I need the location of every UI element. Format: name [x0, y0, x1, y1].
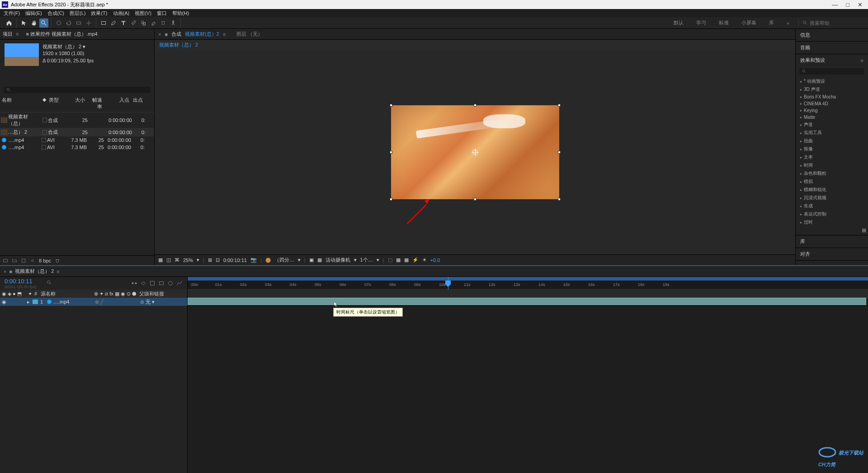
shy-icon[interactable]	[140, 280, 146, 286]
resize-handle[interactable]	[390, 151, 392, 154]
minimize-button[interactable]: —	[832, 1, 838, 8]
video-layer[interactable]	[391, 105, 559, 199]
bpc-label[interactable]: 8 bpc	[39, 258, 51, 263]
tag-box[interactable]	[42, 145, 46, 150]
puppet-tool[interactable]	[169, 19, 178, 28]
apply-effect-icon[interactable]: ▦	[862, 227, 866, 233]
timeline-tab[interactable]: 视频素材（总） 2	[15, 268, 54, 275]
effect-category[interactable]: 过时	[796, 218, 868, 225]
effect-category[interactable]: CINEMA 4D	[796, 100, 868, 107]
effect-category[interactable]: 生成	[796, 202, 868, 210]
menu-file[interactable]: 文件(F)	[4, 10, 20, 17]
flowchart-icon[interactable]: ■	[165, 32, 168, 37]
layer-tab[interactable]: 图层 （无）	[236, 31, 263, 37]
resize-handle[interactable]	[390, 198, 392, 201]
project-item[interactable]: 视频素材（总） 合成 25 0:00:00:00 0:	[0, 112, 154, 128]
anchor-point[interactable]	[472, 150, 478, 155]
3d-icon[interactable]: ▦	[396, 257, 401, 263]
effects-panel-header[interactable]: 效果和预设≡	[796, 54, 868, 66]
pen-tool[interactable]	[109, 19, 118, 28]
tag-box[interactable]	[42, 130, 47, 135]
home-button[interactable]	[5, 19, 14, 28]
effect-category[interactable]: 模糊和锐化	[796, 186, 868, 194]
menu-help[interactable]: 帮助(H)	[172, 10, 189, 17]
effect-category[interactable]: 抠像	[796, 145, 868, 153]
views-dropdown[interactable]: 1个…	[360, 257, 373, 263]
rotation-tool[interactable]	[64, 19, 73, 28]
draft3d-icon[interactable]	[149, 280, 156, 286]
effect-category[interactable]: 文本	[796, 153, 868, 161]
composition-viewer[interactable]	[155, 50, 795, 254]
effects-search[interactable]	[799, 68, 864, 75]
effect-category[interactable]: 表达式控制	[796, 210, 868, 218]
work-area[interactable]	[188, 277, 868, 281]
info-panel-header[interactable]: 信息	[796, 29, 868, 41]
zoom-dropdown[interactable]: 25%	[183, 258, 193, 263]
exposure-value[interactable]: +0.0	[430, 258, 440, 263]
effect-category[interactable]: * 动画预设	[796, 77, 868, 85]
timeline-layer[interactable]: ◉ ▸ 1 ….mp4 ⊕ ╱ ⊙ 无 ▾	[0, 298, 187, 306]
timeline-timecode[interactable]: 0:00:10:11	[5, 278, 37, 285]
resize-handle[interactable]	[558, 198, 561, 201]
menu-effect[interactable]: 效果(T)	[91, 10, 107, 17]
new-comp-icon[interactable]	[21, 258, 26, 263]
close-button[interactable]: ✕	[858, 1, 863, 8]
resize-handle[interactable]	[390, 104, 392, 107]
snapshot-icon[interactable]: 📷	[250, 257, 257, 263]
clone-tool[interactable]	[139, 19, 148, 28]
project-item[interactable]: ….mp4 AVI 7.3 MB 25 0:00:00:00 0:	[0, 144, 154, 151]
workspace-library[interactable]: 库	[764, 18, 779, 28]
graph-editor-icon[interactable]	[176, 280, 183, 286]
timeline-tracks-area[interactable]: :00s01s02s03s04s05s06s07s08s09s10s11s12s…	[188, 277, 868, 473]
camera-dropdown[interactable]: 活动摄像机	[326, 257, 350, 263]
project-item[interactable]: …总） 2 合成 25 0:00:00:00 0:	[0, 128, 154, 136]
effect-category[interactable]: 实用工具	[796, 129, 868, 137]
camera-tool[interactable]	[74, 19, 83, 28]
effect-category[interactable]: Matte	[796, 114, 868, 121]
project-tab[interactable]: 项目 ≡	[3, 31, 19, 37]
draft-icon[interactable]: ▦	[404, 257, 409, 263]
zoom-tool[interactable]	[39, 19, 48, 28]
eraser-tool[interactable]	[149, 19, 158, 28]
menu-edit[interactable]: 编辑(E)	[25, 10, 42, 17]
tag-box[interactable]	[42, 118, 47, 122]
project-item[interactable]: ….mp4 AVI 7.3 MB 25 0:00:00:00 0:	[0, 136, 154, 144]
active-composition-tab[interactable]: 视频素材(总）2	[185, 31, 219, 37]
effect-category[interactable]: Keying	[796, 107, 868, 114]
library-panel-header[interactable]: 库	[796, 235, 868, 248]
settings-icon[interactable]	[30, 258, 35, 263]
selection-tool[interactable]	[19, 19, 28, 28]
timeline-search-icon[interactable]	[47, 280, 52, 286]
rectangle-tool[interactable]	[99, 19, 108, 28]
trash-icon[interactable]	[55, 258, 60, 263]
channels-icon[interactable]: ⬤	[265, 257, 271, 263]
hand-tool[interactable]	[29, 19, 38, 28]
resize-handle[interactable]	[474, 198, 476, 201]
workspace-learn[interactable]: 学习	[691, 18, 712, 28]
effect-category[interactable]: 沉浸式视频	[796, 194, 868, 202]
menu-view[interactable]: 视图(V)	[135, 10, 151, 17]
brush-tool[interactable]	[129, 19, 138, 28]
visibility-toggle[interactable]: ◉	[2, 299, 7, 305]
alpha-icon[interactable]: ⌘	[175, 257, 179, 263]
motion-blur-icon[interactable]	[167, 280, 174, 286]
guides-icon[interactable]: ⊡	[216, 257, 220, 263]
effect-category[interactable]: 3D 声道	[796, 85, 868, 94]
resolution-dropdown[interactable]: （四分…	[274, 257, 294, 263]
orbit-tool[interactable]	[54, 19, 63, 28]
effect-category[interactable]: 模拟	[796, 178, 868, 186]
resize-handle[interactable]	[474, 104, 476, 107]
parent-dropdown[interactable]: ⊙ 无 ▾	[140, 299, 155, 305]
composition-breadcrumb[interactable]: 视频素材（总） 2	[155, 40, 795, 50]
source-name-header[interactable]: 源名称	[41, 290, 94, 297]
workspace-more[interactable]: »	[781, 19, 795, 28]
grid-icon[interactable]: ▦	[158, 257, 163, 263]
effect-category[interactable]: 声道	[796, 121, 868, 129]
frame-blend-icon[interactable]	[158, 280, 165, 286]
comp-mini-flowchart-icon[interactable]	[131, 280, 137, 286]
maximize-button[interactable]: □	[846, 1, 849, 8]
menu-composition[interactable]: 合成(C)	[47, 10, 64, 17]
folder-icon[interactable]	[12, 258, 17, 263]
pan-behind-tool[interactable]	[84, 19, 93, 28]
timecode-display[interactable]: 0:00:10:11	[223, 258, 247, 263]
